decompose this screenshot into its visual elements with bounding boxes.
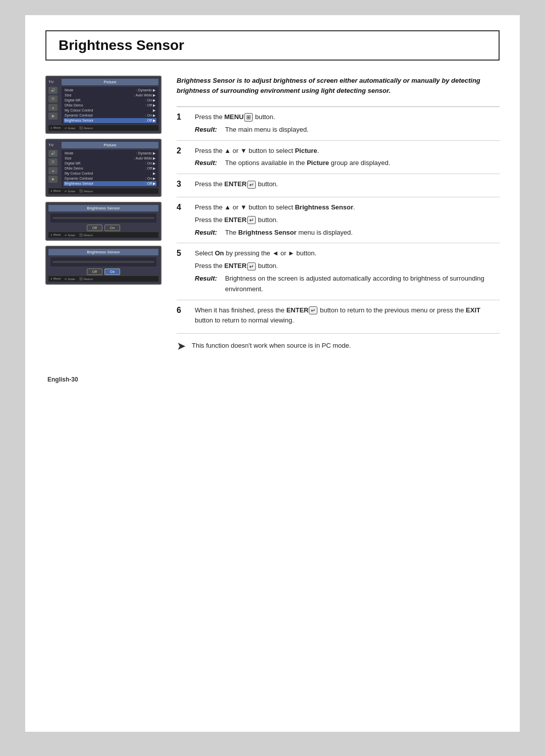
tv-screen-1: TV 🔊 ☰ ● ▶ Picture Mode: Dynamic ▶ Size:… xyxy=(45,76,161,134)
step2-result-text: The options available in the Picture gro… xyxy=(225,158,390,169)
step5-result-label: Result: xyxy=(195,274,221,295)
menu-row-bs-2: Brightness Sensor: Off ▶ xyxy=(64,181,156,186)
menu-row-size-1: Size: Auto Wide ▶ xyxy=(64,93,156,98)
tv-menu-panel-1: Picture Mode: Dynamic ▶ Size: Auto Wide … xyxy=(62,79,158,124)
tv-menu-2: Mode: Dynamic ▶ Size: Auto Wide ▶ Digita… xyxy=(62,150,158,187)
bs-buttons-2: Off On xyxy=(48,268,158,275)
note-row: ➤ This function doesn't work when source… xyxy=(177,334,500,356)
step3-main: Press the ENTER↵ button. xyxy=(195,179,500,190)
step5-main: Select On by pressing the ◄ or ► button. xyxy=(195,248,500,259)
step4-result-label: Result: xyxy=(195,228,221,238)
tv-screen-title-1: Picture xyxy=(62,79,158,85)
menu-row-dnr-1: Digital NR: On ▶ xyxy=(64,98,156,103)
step1-result-text: The main menu is displayed. xyxy=(225,125,308,135)
page-container: Brightness Sensor TV 🔊 ☰ ● ▶ Picture xyxy=(25,15,520,732)
step6-main: When it has finished, press the ENTER↵ b… xyxy=(195,305,500,327)
menu-row-mode-2: Mode: Dynamic ▶ xyxy=(64,151,156,156)
bs-off-btn-2: Off xyxy=(87,268,102,275)
bs-bottom-bar-2: ⬧ Move↵ Enter⬛ Return xyxy=(48,276,158,282)
step5-result: Result: Brightness on the screen is adju… xyxy=(195,274,500,295)
bs-slider-bar-1 xyxy=(52,217,154,219)
menu-row-mode-1: Mode: Dynamic ▶ xyxy=(64,88,156,93)
menu-row-dnie-2: DNIe Demo: Off ▶ xyxy=(64,166,156,171)
menu-row-dc-2: Dynamic Contrast: On ▶ xyxy=(64,176,156,181)
tv-icon-menu-2: ☰ xyxy=(48,158,58,166)
step5-result-text: Brightness on the screen is adjusted aut… xyxy=(225,274,500,295)
tv-screen-title-2: Picture xyxy=(62,142,158,148)
step-6: 6 When it has finished, press the ENTER↵… xyxy=(177,300,500,334)
menu-row-dc-1: Dynamic Contrast: On ▶ xyxy=(64,113,156,118)
tv-icon-circle-2: ● xyxy=(48,167,58,174)
step-content-6: When it has finished, press the ENTER↵ b… xyxy=(195,305,500,329)
bs-slider-1 xyxy=(50,213,156,223)
note-text: This function doesn't work when source i… xyxy=(192,342,351,349)
step-content-5: Select On by pressing the ◄ or ► button.… xyxy=(195,248,500,294)
step-4: 4 Press the ▲ or ▼ button to select Brig… xyxy=(177,197,500,243)
page-footer: English-30 xyxy=(45,376,500,383)
step-content-3: Press the ENTER↵ button. xyxy=(195,179,500,192)
step4-result: Result: The Brightness Sensor menu is di… xyxy=(195,228,500,238)
step-num-1: 1 xyxy=(177,113,187,122)
tv-icons-2: TV 🔊 ☰ ● ▶ xyxy=(48,142,60,187)
menu-row-dnr-2: Digital NR: On ▶ xyxy=(64,161,156,166)
bs-screen-1: Brightness Sensor Off On ⬧ Move↵ Enter⬛ … xyxy=(45,202,161,241)
step-2: 2 Press the ▲ or ▼ button to select Pict… xyxy=(177,141,500,175)
menu-row-mcc-1: My Colour Control▶ xyxy=(64,108,156,113)
step1-result: Result: The main menu is displayed. xyxy=(195,125,500,135)
step2-main: Press the ▲ or ▼ button to select Pictur… xyxy=(195,146,500,156)
menu-row-size-2: Size: Auto Wide ▶ xyxy=(64,156,156,161)
step-1: 1 Press the MENU⊞ button. Result: The ma… xyxy=(177,107,500,141)
step-num-2: 2 xyxy=(177,146,187,155)
step1-main: Press the MENU⊞ button. xyxy=(195,112,500,123)
tv-icon-menu: ☰ xyxy=(48,95,58,102)
step4-result-text: The Brightness Sensor menu is displayed. xyxy=(225,228,353,238)
bs-buttons-1: Off On xyxy=(48,225,158,231)
bs-bottom-bar-1: ⬧ Move↵ Enter⬛ Return xyxy=(48,232,158,238)
tv-icon-play-2: ▶ xyxy=(48,176,58,183)
step-num-5: 5 xyxy=(177,249,187,258)
bs-screen-2: Brightness Sensor Off On ⬧ Move↵ Enter⬛ … xyxy=(45,246,161,285)
note-arrow-icon: ➤ xyxy=(177,341,186,352)
step-num-6: 6 xyxy=(177,306,187,315)
tv-menu-1: Mode: Dynamic ▶ Size: Auto Wide ▶ Digita… xyxy=(62,87,158,124)
page-title: Brightness Sensor xyxy=(59,37,184,53)
step-num-4: 4 xyxy=(177,203,187,212)
tv-icons-1: TV 🔊 ☰ ● ▶ xyxy=(48,79,60,124)
step4-main: Press the ▲ or ▼ button to select Bright… xyxy=(195,202,500,213)
bs-title-2: Brightness Sensor xyxy=(48,249,158,255)
step4-main2: Press the ENTER↵ button. xyxy=(195,215,500,226)
step2-result: Result: The options available in the Pic… xyxy=(195,158,500,169)
step-content-2: Press the ▲ or ▼ button to select Pictur… xyxy=(195,146,500,169)
tv-icon-speaker: 🔊 xyxy=(48,87,58,94)
bs-on-btn-2: On xyxy=(104,268,120,275)
bs-title-1: Brightness Sensor xyxy=(48,205,158,211)
bs-off-btn-1: Off xyxy=(87,225,102,231)
tv-side-2: TV 🔊 ☰ ● ▶ Picture Mode: Dynamic ▶ Size:… xyxy=(48,142,158,187)
intro-text: Brightness Sensor is to adjust brightnes… xyxy=(177,76,500,95)
bs-slider-bar-2 xyxy=(52,261,154,263)
step-content-1: Press the MENU⊞ button. Result: The main… xyxy=(195,112,500,135)
bs-on-btn-1: On xyxy=(104,225,120,231)
step-3: 3 Press the ENTER↵ button. xyxy=(177,174,500,197)
step-num-3: 3 xyxy=(177,180,187,189)
content-area: TV 🔊 ☰ ● ▶ Picture Mode: Dynamic ▶ Size:… xyxy=(45,76,500,356)
title-box: Brightness Sensor xyxy=(45,30,500,61)
steps-list: 1 Press the MENU⊞ button. Result: The ma… xyxy=(177,106,500,334)
menu-row-dnie-1: DNIe Demo: Off ▶ xyxy=(64,103,156,108)
instructions-panel: Brightness Sensor is to adjust brightnes… xyxy=(177,76,500,356)
tv-label-2: TV xyxy=(48,142,60,148)
step5-main2: Press the ENTER↵ button. xyxy=(195,261,500,272)
step-5: 5 Select On by pressing the ◄ or ► butto… xyxy=(177,243,500,300)
menu-row-mcc-2: My Colour Control▶ xyxy=(64,171,156,176)
tv-label-1: TV xyxy=(48,79,60,85)
tv-side-1: TV 🔊 ☰ ● ▶ Picture Mode: Dynamic ▶ Size:… xyxy=(48,79,158,124)
tv-icon-circle: ● xyxy=(48,104,58,111)
tv-icon-play: ▶ xyxy=(48,113,58,120)
tv-menu-panel-2: Picture Mode: Dynamic ▶ Size: Auto Wide … xyxy=(62,142,158,187)
menu-row-bs-1: Brightness Sensor: Off ▶ xyxy=(64,118,156,123)
tv-icon-speaker-2: 🔊 xyxy=(48,150,58,157)
tv-screen-2: TV 🔊 ☰ ● ▶ Picture Mode: Dynamic ▶ Size:… xyxy=(45,139,161,197)
step-content-4: Press the ▲ or ▼ button to select Bright… xyxy=(195,202,500,238)
step2-result-label: Result: xyxy=(195,158,221,169)
tv-bottom-bar-1: ⬧ Move↵ Enter⬛ Return xyxy=(48,125,158,131)
